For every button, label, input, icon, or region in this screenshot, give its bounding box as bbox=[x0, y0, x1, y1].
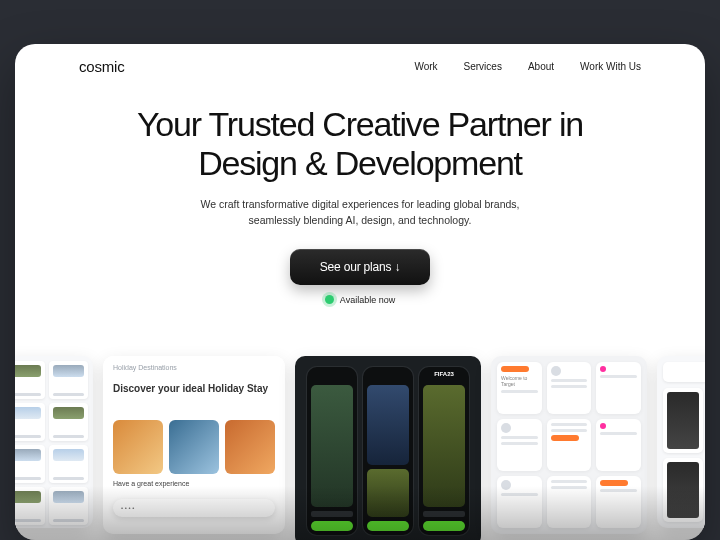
tile bbox=[497, 419, 542, 471]
travel-photos bbox=[103, 414, 285, 474]
tile bbox=[547, 476, 592, 528]
hero-headline-line1: Your Trusted Creative Partner in bbox=[137, 105, 583, 143]
see-plans-button[interactable]: See our plans ↓ bbox=[290, 249, 430, 285]
portfolio-card-app-mosaic[interactable]: Welcome to Target bbox=[491, 356, 647, 534]
portfolio-card-mobile-grid[interactable] bbox=[15, 356, 93, 528]
thumb bbox=[49, 361, 88, 399]
thumb bbox=[15, 445, 45, 483]
phone-mockup bbox=[363, 367, 413, 535]
top-nav: cosmic Work Services About Work With Us bbox=[15, 44, 705, 81]
hero-subtext: We craft transformative digital experien… bbox=[195, 197, 525, 229]
travel-header: Holiday Destinations Discover your ideal… bbox=[103, 356, 285, 414]
buy-button-icon bbox=[311, 521, 353, 531]
portfolio-card-travel[interactable]: Holiday Destinations Discover your ideal… bbox=[103, 356, 285, 534]
game-art-icon bbox=[367, 469, 409, 517]
thumb bbox=[49, 403, 88, 441]
product-thumb-icon bbox=[663, 388, 703, 453]
game-art-icon bbox=[311, 385, 353, 507]
game-art-icon bbox=[423, 385, 465, 507]
tile bbox=[547, 362, 592, 414]
phone-mockup: FIFA23 bbox=[419, 367, 469, 535]
hero-headline-line2: Design & Development bbox=[198, 144, 522, 182]
phone-mockup bbox=[307, 367, 357, 535]
photo-sea-icon bbox=[169, 420, 219, 474]
tile: Welcome to Target bbox=[497, 362, 542, 414]
tile bbox=[596, 362, 641, 414]
photo-sunset-icon bbox=[225, 420, 275, 474]
availability-status: Available now bbox=[325, 295, 395, 305]
tile bbox=[596, 476, 641, 528]
landing-window: cosmic Work Services About Work With Us … bbox=[15, 44, 705, 540]
portfolio-gallery: Holiday Destinations Discover your ideal… bbox=[15, 356, 705, 540]
thumb bbox=[15, 403, 45, 441]
hero-section: Your Trusted Creative Partner in Design … bbox=[15, 81, 705, 305]
travel-caption: Have a great experience bbox=[103, 474, 285, 487]
portfolio-card-gaming[interactable]: FIFA23 bbox=[295, 356, 481, 540]
tile bbox=[497, 476, 542, 528]
cta-wrap: See our plans ↓ Available now bbox=[55, 249, 665, 305]
buy-button-icon bbox=[423, 521, 465, 531]
buy-button-icon bbox=[367, 521, 409, 531]
tile bbox=[596, 419, 641, 471]
thumb bbox=[15, 487, 45, 525]
nav-link-work-with-us[interactable]: Work With Us bbox=[580, 61, 641, 72]
product-grid bbox=[663, 388, 705, 522]
brand-logo[interactable]: cosmic bbox=[79, 58, 124, 75]
thumb bbox=[15, 361, 45, 399]
product-thumb-icon bbox=[663, 458, 703, 523]
nav-link-services[interactable]: Services bbox=[464, 61, 502, 72]
status-label: Available now bbox=[340, 295, 395, 305]
thumb bbox=[49, 487, 88, 525]
game-art-icon bbox=[367, 385, 409, 465]
travel-eyebrow: Holiday Destinations bbox=[113, 364, 275, 371]
hero-headline: Your Trusted Creative Partner in Design … bbox=[55, 105, 665, 183]
thumb bbox=[49, 445, 88, 483]
tile bbox=[547, 419, 592, 471]
photo-desert-icon bbox=[113, 420, 163, 474]
game-title: FIFA23 bbox=[423, 371, 465, 381]
travel-search-bar: • • • • bbox=[113, 499, 275, 517]
product-header bbox=[663, 362, 705, 382]
status-dot-icon bbox=[325, 295, 334, 304]
travel-title: Discover your ideal Holiday Stay bbox=[113, 383, 275, 395]
nav-link-work[interactable]: Work bbox=[414, 61, 437, 72]
portfolio-card-products[interactable] bbox=[657, 356, 705, 528]
tile-label: Welcome to Target bbox=[501, 375, 538, 387]
nav-link-about[interactable]: About bbox=[528, 61, 554, 72]
nav-links: Work Services About Work With Us bbox=[414, 61, 641, 72]
